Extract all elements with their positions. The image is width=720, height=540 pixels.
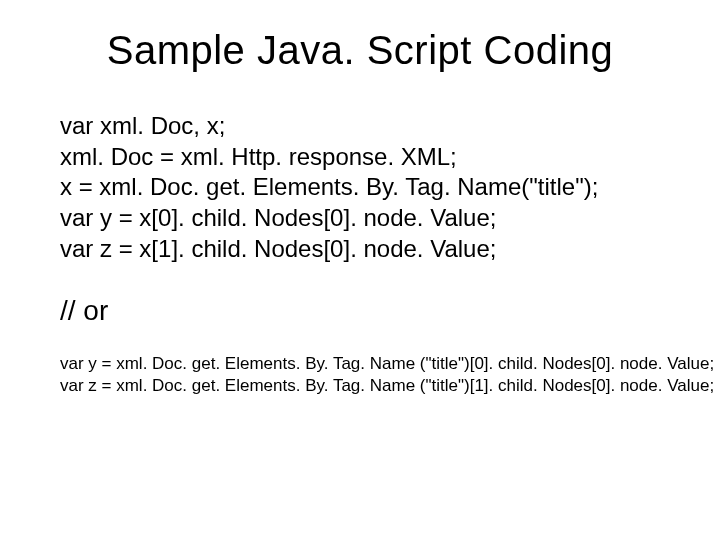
or-comment: // or: [60, 295, 660, 327]
code-line: x = xml. Doc. get. Elements. By. Tag. Na…: [60, 172, 660, 203]
code-line: xml. Doc = xml. Http. response. XML;: [60, 142, 660, 173]
code-block-1: var xml. Doc, x; xml. Doc = xml. Http. r…: [60, 111, 660, 265]
code-line: var y = x[0]. child. Nodes[0]. node. Val…: [60, 203, 660, 234]
code-block-2: var y = xml. Doc. get. Elements. By. Tag…: [60, 353, 660, 397]
code-line: var z = xml. Doc. get. Elements. By. Tag…: [60, 375, 660, 397]
slide-title: Sample Java. Script Coding: [60, 28, 660, 73]
code-line: var y = xml. Doc. get. Elements. By. Tag…: [60, 353, 660, 375]
code-line: var xml. Doc, x;: [60, 111, 660, 142]
code-line: var z = x[1]. child. Nodes[0]. node. Val…: [60, 234, 660, 265]
